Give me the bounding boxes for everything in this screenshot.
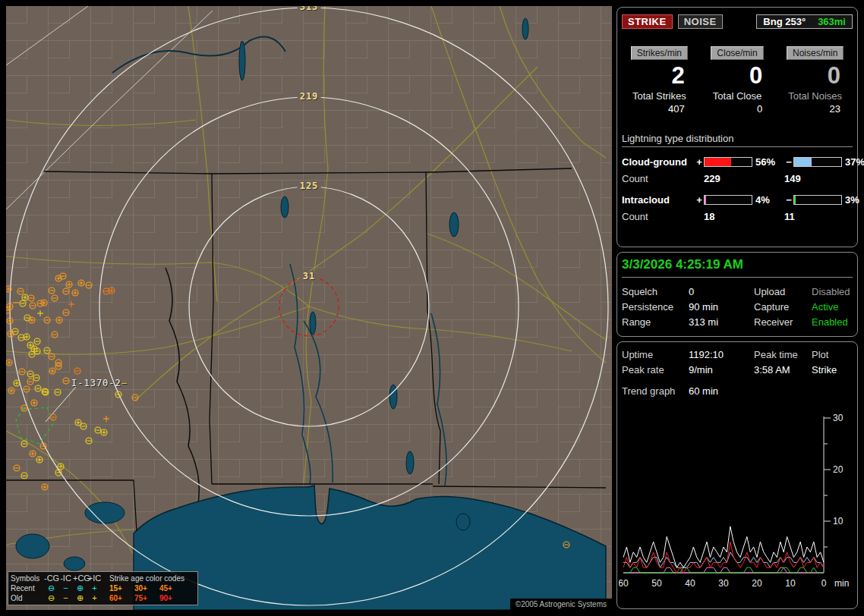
range-ring-label: 313 <box>298 6 321 12</box>
legend-age-code: 30+ <box>134 584 159 592</box>
close-column: Close/min 0 Total Close 0 <box>700 46 775 115</box>
svg-text:50: 50 <box>651 578 662 589</box>
trend-graph-row: Trend graph 60 min <box>622 383 853 398</box>
svg-text:20: 20 <box>833 464 844 475</box>
peak-time-label: Peak time <box>754 349 812 360</box>
strikes-per-min-value: 2 <box>622 60 697 90</box>
legend-type-header: -CG <box>44 574 58 583</box>
range-label: Range <box>622 316 689 328</box>
cloud-ground-row: Cloud-ground + 56% − 37% <box>622 153 853 170</box>
legend-symbol-glyph: + <box>87 584 102 592</box>
cloud-ground-label: Cloud-ground <box>622 156 695 168</box>
legend-age-code: 75+ <box>134 594 159 602</box>
close-per-min-chip[interactable]: Close/min <box>711 46 763 60</box>
noises-per-min-value: 0 <box>777 60 853 90</box>
noises-column: Noises/min 0 Total Noises 23 <box>777 46 853 115</box>
legend-header-row: Symbols-CG-IC+CG+ICStrike age color code… <box>11 574 195 583</box>
cg-negative-count: 149 <box>784 173 864 184</box>
noise-mode-button[interactable]: NOISE <box>678 14 723 29</box>
persistence-label: Persistence <box>622 301 689 313</box>
legend-age-header: Strike age color codes <box>109 574 195 583</box>
count-label: Count <box>622 173 695 184</box>
range-value: 313 mi <box>689 316 754 328</box>
minus-sign: − <box>784 194 793 206</box>
legend-symbol-glyph: ⊖ <box>44 584 58 592</box>
upload-status: Disabled <box>812 286 853 297</box>
total-strikes-label: Total Strikes <box>622 90 697 102</box>
trend-graph-label: Trend graph <box>622 385 689 397</box>
uptime-label: Uptime <box>622 349 689 360</box>
svg-text:10: 10 <box>833 516 844 526</box>
upload-label: Upload <box>754 286 812 297</box>
legend-symbol-glyph: ⊖ <box>44 594 58 602</box>
count-label: Count <box>622 211 695 222</box>
strike-mode-button[interactable]: STRIKE <box>622 14 673 29</box>
cg-negative-bar <box>793 157 842 167</box>
mode-button-row: STRIKE NOISE Bng 253° 363mi <box>622 13 853 30</box>
legend-symbol-glyph: + <box>87 594 102 602</box>
status-box: 3/3/2026 4:25:19 AM Squelch 0 Upload Dis… <box>616 252 858 337</box>
info-row: Uptime 1192:10 Peak time Plot <box>622 347 853 362</box>
plot-value: Strike <box>812 364 853 376</box>
ic-negative-count: 11 <box>784 211 864 222</box>
status-row: Squelch 0 Upload Disabled <box>622 284 853 299</box>
ic-positive-bar <box>704 195 752 205</box>
svg-text:10: 10 <box>785 578 796 589</box>
distribution-title: Lightning type distribution <box>622 133 853 147</box>
lightning-map[interactable]: 31321912531 I-1370-2− Symbols-CG-IC+CG+I… <box>6 6 612 610</box>
svg-text:30: 30 <box>833 413 844 423</box>
peak-time-value: 3:58 AM <box>754 364 812 376</box>
intracloud-count-row: Count 18 11 <box>622 208 853 225</box>
bearing-readout: Bng 253° 363mi <box>756 14 853 29</box>
cg-positive-count: 229 <box>704 173 784 184</box>
legend-row-label: Recent <box>11 584 44 592</box>
legend-symbols-header: Symbols <box>11 574 44 583</box>
cg-positive-bar <box>704 157 752 167</box>
cloud-ground-count-row: Count 229 149 <box>622 170 853 187</box>
copyright-text: ©2005 Astrogenic Systems <box>510 599 612 610</box>
cell-track-mark: − <box>121 378 128 388</box>
storm-cell-label: I-1370-2− <box>71 378 128 388</box>
plus-sign: + <box>695 194 704 206</box>
legend-symbol-glyph: ⊕ <box>73 594 87 602</box>
legend-row: Recent⊖−⊕+15+30+45+ <box>11 583 195 593</box>
capture-status: Active <box>812 301 853 313</box>
legend-symbol-glyph: − <box>58 594 73 602</box>
info-box: Uptime 1192:10 Peak time Plot Peak rate … <box>616 341 858 609</box>
info-row: Peak rate 9/min 3:58 AM Strike <box>622 362 853 377</box>
persistence-value: 90 min <box>689 301 754 313</box>
legend-type-header: +CG <box>73 574 87 583</box>
total-noises-label: Total Noises <box>777 90 853 102</box>
peak-rate-value: 9/min <box>689 364 754 376</box>
total-close-label: Total Close <box>700 90 775 102</box>
ic-positive-pct: 4% <box>752 194 784 206</box>
total-noises-value: 23 <box>777 103 853 115</box>
legend-symbol-glyph: − <box>58 584 73 592</box>
intracloud-label: Intracloud <box>622 194 695 206</box>
lightning-distribution: Lightning type distribution Cloud-ground… <box>622 133 853 225</box>
peak-rate-label: Peak rate <box>622 364 689 376</box>
noises-per-min-chip[interactable]: Noises/min <box>787 46 844 60</box>
ic-positive-count: 18 <box>704 211 784 222</box>
legend-age-code: 90+ <box>159 594 184 602</box>
minus-sign: − <box>784 156 793 168</box>
receiver-status: Enabled <box>812 316 853 328</box>
legend-age-code: 60+ <box>109 594 134 602</box>
range-ring-label: 125 <box>298 181 321 191</box>
legend-symbol-glyph: ⊕ <box>73 584 87 592</box>
total-close-value: 0 <box>700 103 775 115</box>
total-strikes-value: 407 <box>622 103 697 115</box>
strikes-column: Strikes/min 2 Total Strikes 407 <box>622 46 697 115</box>
datetime-display: 3/3/2026 4:25:19 AM <box>622 257 853 278</box>
uptime-value: 1192:10 <box>689 349 754 360</box>
bearing-value: Bng 253° <box>763 16 806 27</box>
plot-label: Plot <box>812 349 853 360</box>
squelch-label: Squelch <box>622 286 689 297</box>
svg-text:min: min <box>834 578 849 589</box>
svg-text:0: 0 <box>821 578 827 589</box>
strikes-per-min-chip[interactable]: Strikes/min <box>631 46 688 60</box>
side-panel: STRIKE NOISE Bng 253° 363mi Strikes/min … <box>616 6 859 610</box>
receiver-label: Receiver <box>754 316 812 328</box>
range-ring-label: 219 <box>298 91 321 102</box>
trend-graph: 1020306050403020100min <box>619 409 859 603</box>
